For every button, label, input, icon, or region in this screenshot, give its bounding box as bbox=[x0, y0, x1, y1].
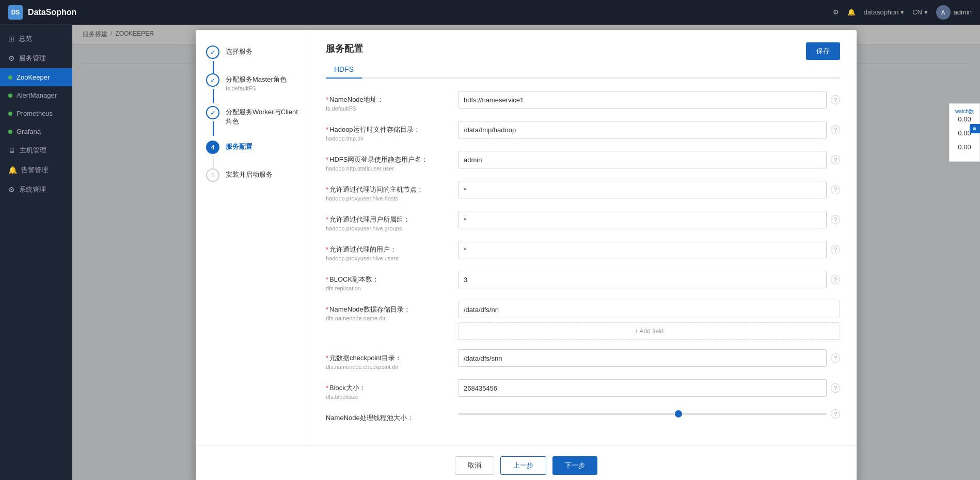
step-3-circle bbox=[206, 106, 219, 119]
step-2-circle bbox=[206, 73, 219, 87]
form-row-namenode-addr: *NameNode地址： fs.defaultFS ? bbox=[326, 91, 840, 112]
step-1-label: 选择服务 bbox=[226, 45, 252, 56]
field-input-wrap-namenode-dir: + Add field bbox=[458, 301, 840, 340]
checkpoint-dir-input[interactable] bbox=[458, 349, 827, 367]
form-row-proxy-users: *允许通过代理的用户： hadoop.proxyuser.hive.users … bbox=[326, 241, 840, 261]
step-3-label: 分配服务Worker与Client角色 bbox=[226, 106, 298, 126]
checkpoint-dir-help-icon[interactable]: ? bbox=[831, 353, 840, 363]
top-nav: DS DataSophon ⚙ 🔔 datasophon ▾ CN ▾ A ad… bbox=[0, 0, 980, 25]
step-5-circle: 5 bbox=[206, 168, 219, 182]
step-5: 5 安装并启动服务 bbox=[206, 168, 298, 182]
staticuser-help-icon[interactable]: ? bbox=[831, 155, 840, 164]
user-label[interactable]: datasophon ▾ bbox=[864, 8, 905, 16]
bell-icon[interactable]: 🔔 bbox=[847, 8, 856, 16]
blocksize-help-icon[interactable]: ? bbox=[831, 383, 840, 393]
block-replication-input[interactable] bbox=[458, 271, 827, 288]
prometheus-dot bbox=[8, 112, 12, 116]
stepper-panel: 选择服务 分配服务Master角色 fs.defaultFS 分配服务Worke… bbox=[196, 30, 309, 445]
admin-user[interactable]: A admin bbox=[936, 5, 972, 20]
field-input-wrap-checkpoint-dir: ? bbox=[458, 349, 840, 367]
sidebar: ⊞ 总览 ⚙ 服务管理 ZooKeeper AlertManager Prome… bbox=[0, 25, 72, 480]
sidebar-item-label: 主机管理 bbox=[20, 146, 46, 155]
sidebar-item-label: AlertManager bbox=[17, 91, 57, 99]
proxy-groups-input[interactable] bbox=[458, 211, 827, 228]
step-1-circle bbox=[206, 45, 219, 59]
sidebar-item-label: 系统管理 bbox=[19, 185, 46, 194]
alertmanager-dot bbox=[8, 94, 12, 98]
field-label-threadpool: NameNode处理线程池大小： bbox=[326, 409, 450, 424]
sidebar-item-zookeeper[interactable]: ZooKeeper bbox=[0, 68, 72, 86]
field-label-block-replication: *BLOCK副本数： dfs.replication bbox=[326, 271, 450, 291]
field-input-wrap-proxy-hosts: ? bbox=[458, 181, 840, 198]
field-label-proxy-hosts: *允许通过代理访问的主机节点： hadoop.proxyuser.hive.ho… bbox=[326, 181, 450, 202]
sidebar-item-service-mgmt[interactable]: ⚙ 服务管理 bbox=[0, 49, 72, 68]
tab-hdfs[interactable]: HDFS bbox=[326, 61, 362, 79]
modal-body: 选择服务 分配服务Master角色 fs.defaultFS 分配服务Worke… bbox=[196, 30, 857, 445]
nav-right: ⚙ 🔔 datasophon ▾ CN ▾ A admin bbox=[833, 5, 972, 20]
step-2-label: 分配服务Master角色 fs.defaultFS bbox=[226, 73, 287, 91]
namenode-addr-input[interactable] bbox=[458, 91, 827, 109]
cancel-button[interactable]: 取消 bbox=[455, 456, 494, 475]
next-button[interactable]: 下一步 bbox=[552, 456, 597, 475]
form-row-namenode-dir: *NameNode数据存储目录： dfs.namenode.name.dir +… bbox=[326, 301, 840, 340]
proxy-groups-help-icon[interactable]: ? bbox=[831, 215, 840, 224]
watch-item-2: 0.00 bbox=[952, 143, 977, 151]
proxy-hosts-input[interactable] bbox=[458, 181, 827, 198]
step-2: 分配服务Master角色 fs.defaultFS bbox=[206, 73, 298, 91]
step-2-sublabel: fs.defaultFS bbox=[226, 85, 287, 91]
sidebar-item-label: ZooKeeper bbox=[17, 73, 50, 81]
namenode-dir-input-0[interactable] bbox=[458, 301, 840, 318]
blue-side-tab[interactable]: ≡ bbox=[970, 124, 980, 133]
lang-selector[interactable]: CN ▾ bbox=[912, 8, 927, 16]
sidebar-item-label: 告警管理 bbox=[21, 165, 48, 175]
staticuser-input[interactable] bbox=[458, 151, 827, 168]
step-1: 选择服务 bbox=[206, 45, 298, 59]
multi-input-item bbox=[458, 301, 840, 318]
form-row-staticuser: *HDFS网页登录使用静态用户名： hadoop.http.staticuser… bbox=[326, 151, 840, 172]
modal-footer: 取消 上一步 下一步 bbox=[196, 445, 857, 480]
sidebar-item-sys-mgmt[interactable]: ⚙ 系统管理 bbox=[0, 180, 72, 199]
hadoop-tmp-dir-help-icon[interactable]: ? bbox=[831, 125, 840, 134]
sidebar-item-prometheus[interactable]: Prometheus bbox=[0, 104, 72, 122]
field-input-wrap-threadpool: ? bbox=[458, 409, 840, 419]
sidebar-item-label: 服务管理 bbox=[19, 54, 46, 63]
field-label-hadoop-tmp-dir: *Hadoop运行时文件存储目录： hadoop.tmp.dir bbox=[326, 121, 450, 142]
step-4-label: 服务配置 bbox=[226, 141, 252, 151]
field-input-wrap-staticuser: ? bbox=[458, 151, 840, 168]
threadpool-slider[interactable] bbox=[458, 413, 827, 415]
prev-button[interactable]: 上一步 bbox=[500, 456, 546, 475]
multi-input-container: + Add field bbox=[458, 301, 840, 340]
step-3: 分配服务Worker与Client角色 bbox=[206, 106, 298, 126]
proxy-users-help-icon[interactable]: ? bbox=[831, 245, 840, 254]
sidebar-item-label: Grafana bbox=[17, 128, 41, 135]
add-field-button[interactable]: + Add field bbox=[458, 322, 840, 340]
form-panel: 服务配置 保存 HDFS *NameNode地址： fs.defaultFS bbox=[309, 30, 857, 445]
settings-icon[interactable]: ⚙ bbox=[833, 8, 839, 16]
form-row-proxy-groups: *允许通过代理用户所属组： hadoop.proxyuser.hive.grou… bbox=[326, 211, 840, 231]
threadpool-help-icon[interactable]: ? bbox=[831, 409, 840, 419]
modal-overlay: 选择服务 分配服务Master角色 fs.defaultFS 分配服务Worke… bbox=[72, 25, 980, 480]
field-input-wrap-block-replication: ? bbox=[458, 271, 840, 288]
field-label-staticuser: *HDFS网页登录使用静态用户名： hadoop.http.staticuser… bbox=[326, 151, 450, 172]
alert-mgmt-icon: 🔔 bbox=[8, 166, 17, 174]
block-replication-help-icon[interactable]: ? bbox=[831, 275, 840, 284]
logo-icon: DS bbox=[8, 5, 23, 20]
save-button[interactable]: 保存 bbox=[806, 42, 840, 60]
sidebar-item-alert-mgmt[interactable]: 🔔 告警管理 bbox=[0, 160, 72, 180]
sidebar-item-host-mgmt[interactable]: 🖥 主机管理 bbox=[0, 141, 72, 160]
proxy-users-input[interactable] bbox=[458, 241, 827, 258]
zookeeper-dot bbox=[8, 75, 12, 80]
sidebar-item-alertmanager[interactable]: AlertManager bbox=[0, 86, 72, 104]
field-label-namenode-dir: *NameNode数据存储目录： dfs.namenode.name.dir bbox=[326, 301, 450, 321]
hadoop-tmp-dir-input[interactable] bbox=[458, 121, 827, 138]
proxy-hosts-help-icon[interactable]: ? bbox=[831, 185, 840, 194]
sidebar-item-grafana[interactable]: Grafana bbox=[0, 122, 72, 141]
field-label-blocksize: *Block大小： dfs.blocksize bbox=[326, 379, 450, 400]
blocksize-input[interactable] bbox=[458, 379, 827, 397]
sidebar-item-overview[interactable]: ⊞ 总览 bbox=[0, 29, 72, 49]
field-input-wrap-proxy-groups: ? bbox=[458, 211, 840, 228]
field-label-proxy-groups: *允许通过代理用户所属组： hadoop.proxyuser.hive.grou… bbox=[326, 211, 450, 231]
form-row-checkpoint-dir: *元数据checkpoint目录： dfs.namenode.checkpoin… bbox=[326, 349, 840, 370]
namenode-addr-help-icon[interactable]: ? bbox=[831, 95, 840, 104]
footer-watermark: CSDN@不以物喜2020 bbox=[914, 468, 972, 476]
